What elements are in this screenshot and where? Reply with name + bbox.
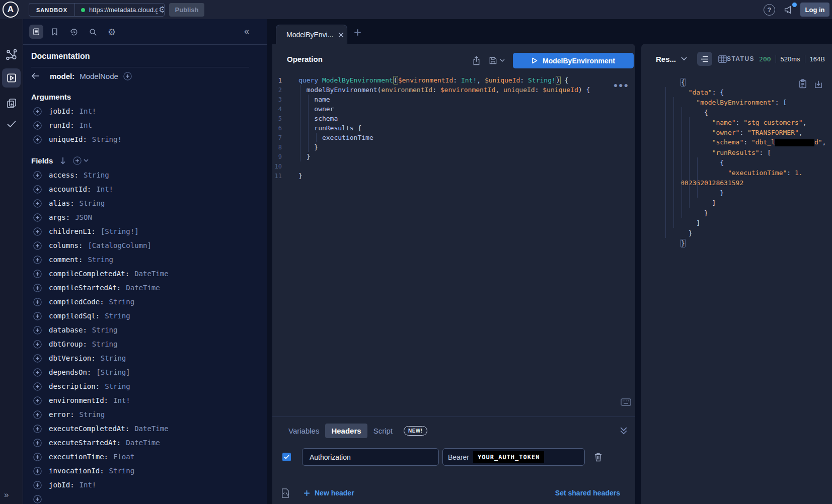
field-row-partial	[31, 492, 259, 504]
endpoint-settings-icon[interactable]: ⚙	[159, 5, 165, 15]
preflight-script-icon[interactable]	[280, 488, 290, 498]
code-line: "data": {	[664, 87, 829, 97]
operation-tab-title: ModelByEnvi...	[286, 31, 333, 39]
graphql-editor[interactable]: 1query ModelByEnvironment($environmentId…	[272, 75, 625, 181]
header-row: Bearer YOUR_AUTH_TOKEN	[282, 448, 602, 466]
divider	[272, 416, 635, 417]
code-line: 11}	[272, 171, 625, 181]
table-view-toggle-icon[interactable]	[718, 55, 727, 63]
auth-token-value[interactable]: YOUR_AUTH_TOKEN	[473, 451, 544, 463]
search-icon[interactable]	[89, 28, 98, 37]
header-enabled-checkbox[interactable]	[282, 453, 291, 461]
response-header: Res... STATUS 200 520ms 164B	[641, 50, 832, 67]
raw-view-toggle-icon[interactable]	[697, 52, 712, 66]
help-icon[interactable]: ?	[764, 4, 775, 16]
docs-title: Documentation	[31, 52, 259, 61]
tab-variables[interactable]: Variables	[282, 424, 325, 438]
field-row[interactable]: compiledCode:String	[31, 295, 259, 309]
code-line: 6 runResults {	[272, 123, 625, 133]
field-row[interactable]: jobId:Int!	[31, 478, 259, 492]
schema-graph-icon[interactable]	[0, 48, 23, 61]
code-line: {	[664, 77, 829, 87]
code-line: 10	[272, 161, 625, 171]
sort-fields-icon[interactable]	[60, 157, 66, 164]
endpoint-url[interactable]: https://metadata.cloud.getd	[89, 6, 158, 14]
docs-breadcrumb: model: ModelNode	[31, 69, 259, 82]
field-row[interactable]: accountId:Int!	[31, 182, 259, 196]
save-operation-icon[interactable]	[489, 56, 505, 65]
field-row[interactable]: description:String	[31, 379, 259, 393]
field-row[interactable]: compileStartedAt:DateTime	[31, 281, 259, 295]
argument-row[interactable]: runId:Int	[31, 118, 259, 132]
code-line: {	[664, 107, 829, 117]
field-row[interactable]: invocationId:String	[31, 464, 259, 478]
set-shared-headers-link[interactable]: Set shared headers	[555, 489, 620, 497]
add-all-fields-icon[interactable]	[123, 72, 132, 80]
login-button[interactable]: Log in	[800, 3, 829, 17]
field-row[interactable]: executionTime:Float	[31, 450, 259, 464]
collapse-section-icon[interactable]	[620, 427, 627, 435]
response-dropdown[interactable]: Res...	[656, 55, 676, 63]
field-row[interactable]: columns:[CatalogColumn]	[31, 238, 259, 253]
endpoint-control[interactable]: SANDBOX https://metadata.cloud.getd ⚙	[29, 3, 165, 17]
new-tab-icon[interactable]	[354, 29, 361, 36]
field-row[interactable]: dependsOn:[String]	[31, 365, 259, 379]
tab-headers[interactable]: Headers	[325, 424, 367, 438]
field-row[interactable]: executeCompletedAt:DateTime	[31, 422, 259, 436]
documentation-tab-icon[interactable]	[29, 25, 43, 39]
saved-operations-icon[interactable]	[50, 28, 59, 36]
docs-content: Documentation model: ModelNode Arguments…	[23, 45, 267, 504]
operation-panel: Operation ModelByEnvironment ●●● 1query …	[272, 44, 635, 504]
model-type-link[interactable]: ModelNode	[80, 72, 118, 80]
code-line: ]	[664, 218, 829, 228]
explorer-tab-icon[interactable]	[2, 68, 21, 88]
divider	[31, 67, 249, 67]
response-json[interactable]: { "data": { "modelByEnvironment": [ { "n…	[664, 77, 829, 248]
argument-row[interactable]: jobId:Int!	[31, 104, 259, 118]
argument-row[interactable]: uniqueId:String!	[31, 132, 259, 146]
field-row[interactable]: executeStartedAt:DateTime	[31, 436, 259, 450]
share-operation-icon[interactable]	[472, 56, 481, 65]
explorer-settings-icon[interactable]: ⚙	[108, 27, 116, 38]
response-size: 164B	[810, 55, 825, 63]
expand-rail-icon[interactable]: »	[4, 490, 9, 500]
checks-icon[interactable]	[0, 118, 23, 130]
field-row[interactable]: error:String	[31, 407, 259, 422]
field-row[interactable]: database:String	[31, 323, 259, 337]
header-value-input[interactable]: Bearer YOUR_AUTH_TOKEN	[442, 448, 585, 466]
history-icon[interactable]	[69, 28, 79, 37]
field-row[interactable]: comment:String	[31, 253, 259, 267]
keyboard-shortcuts-icon[interactable]	[621, 398, 631, 406]
publish-button[interactable]: Publish	[169, 3, 204, 17]
code-line: 1query ModelByEnvironment($environmentId…	[272, 75, 625, 85]
indent-guide	[308, 95, 309, 152]
code-line: 8 }	[272, 142, 625, 152]
field-row[interactable]: access:String	[31, 168, 259, 182]
back-arrow-icon[interactable]	[31, 72, 40, 79]
field-row[interactable]: dbtGroup:String	[31, 337, 259, 351]
field-row[interactable]: childrenL1:[String!]	[31, 224, 259, 238]
indent-guide	[673, 97, 674, 228]
announcements-icon[interactable]	[783, 4, 795, 16]
field-row[interactable]: dbtVersion:String	[31, 351, 259, 365]
field-row[interactable]: environmentId:Int!	[31, 393, 259, 407]
response-chevron-icon[interactable]	[681, 57, 687, 61]
field-row[interactable]: args:JSON	[31, 210, 259, 224]
run-operation-button[interactable]: ModelByEnvironment	[513, 53, 634, 68]
fields-heading: Fields	[31, 156, 259, 165]
field-row[interactable]: compiledSql:String	[31, 309, 259, 323]
secondary-tabs: Variables Headers Script NEW!	[282, 424, 427, 438]
field-row[interactable]: alias:String	[31, 196, 259, 210]
close-tab-icon[interactable]	[338, 32, 344, 38]
new-header-button[interactable]: New header	[304, 489, 354, 497]
add-fields-icon[interactable]	[73, 156, 89, 165]
delete-header-icon[interactable]	[594, 452, 602, 462]
collapse-panel-icon[interactable]: «	[244, 26, 249, 37]
operation-tab[interactable]: ModelByEnvi...	[276, 25, 347, 44]
code-line: 3 name	[272, 95, 625, 104]
operation-title: Operation	[287, 55, 323, 63]
collections-icon[interactable]	[0, 97, 23, 109]
header-key-input[interactable]	[302, 448, 439, 466]
tab-script[interactable]: Script	[367, 424, 399, 438]
field-row[interactable]: compileCompletedAt:DateTime	[31, 267, 259, 281]
